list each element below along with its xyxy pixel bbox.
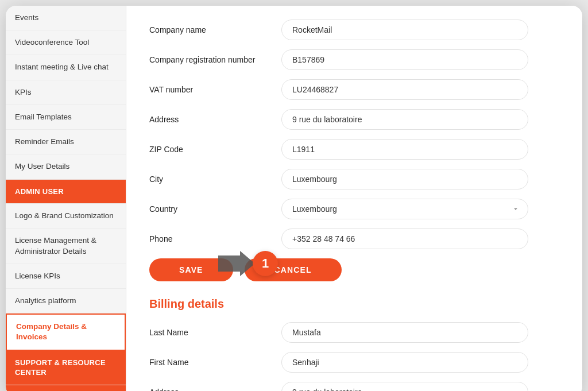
form-row-zip: ZIP Code [149,139,559,160]
sidebar-item-reminder-emails[interactable]: Reminder Emails [6,130,126,154]
label-billing-address: Address [149,388,281,391]
form-row-billing-address: Address [149,382,559,391]
input-zip[interactable] [281,139,528,160]
app-window: Events Videoconference Tool Instant meet… [6,6,582,391]
sidebar: Events Videoconference Tool Instant meet… [6,6,126,391]
form-row-reg-number: Company registration number [149,49,559,70]
label-phone: Phone [149,234,281,243]
label-first-name: First Name [149,358,281,367]
sidebar-item-events[interactable]: Events [6,6,126,30]
main-content: Company name Company registration number… [126,6,582,391]
sidebar-item-analytics-platform[interactable]: Analytics platform [6,289,126,313]
form-row-vat: VAT number [149,79,559,100]
label-city: City [149,175,281,184]
input-address[interactable] [281,109,528,130]
input-city[interactable] [281,169,528,189]
form-row-address: Address [149,109,559,130]
label-company-name: Company name [149,25,281,34]
input-company-name[interactable] [281,20,528,40]
label-last-name: Last Name [149,328,281,337]
billing-title: Billing details [149,297,559,311]
form-action-row: SAVE CANCEL [149,258,559,281]
input-first-name[interactable] [281,352,528,373]
sidebar-item-email-templates[interactable]: Email Templates [6,105,126,130]
input-billing-address[interactable] [281,382,528,391]
form-row-city: City [149,169,559,189]
cancel-button[interactable]: CANCEL [245,258,342,281]
select-country[interactable]: Luxembourg [281,199,528,219]
input-vat[interactable] [281,79,528,100]
sidebar-support-section[interactable]: SUPPORT & RESOURCE CENTER [6,351,126,385]
input-last-name[interactable] [281,322,528,343]
form-row-first-name: First Name [149,352,559,373]
label-vat: VAT number [149,85,281,94]
form-row-country: Country Luxembourg [149,199,559,219]
form-row-last-name: Last Name [149,322,559,343]
sidebar-item-videoconference[interactable]: Videoconference Tool [6,30,126,55]
save-button[interactable]: SAVE [149,258,233,281]
label-zip: ZIP Code [149,145,281,154]
sidebar-item-kpis[interactable]: KPIs [6,80,126,105]
sidebar-item-license-management[interactable]: License Management & Administrator Detai… [6,229,126,264]
input-reg-number[interactable] [281,49,528,70]
label-address: Address [149,115,281,124]
label-reg-number: Company registration number [149,55,281,64]
sidebar-item-instant-meeting[interactable]: Instant meeting & Live chat [6,55,126,80]
form-row-company-name: Company name [149,20,559,40]
label-country: Country [149,204,281,214]
sidebar-item-my-user-details[interactable]: My User Details [6,154,126,179]
sidebar-item-license-kpis[interactable]: License KPIs [6,264,126,289]
sidebar-admin-section: ADMIN USER [6,180,126,204]
sidebar-item-logo-brand[interactable]: Logo & Brand Customization [6,204,126,229]
input-phone[interactable] [281,229,528,249]
sidebar-item-company-details[interactable]: Company Details & Invoices [6,313,126,350]
sidebar-documentation[interactable]: DOCUMENTATION [6,385,126,391]
form-row-phone: Phone [149,229,559,249]
